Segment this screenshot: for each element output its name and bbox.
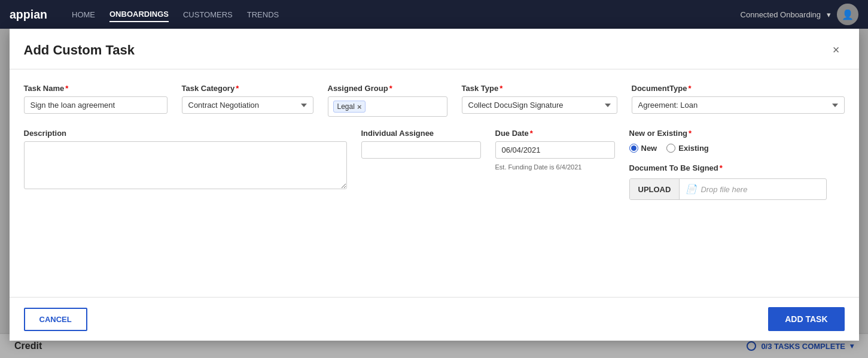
nav-trends[interactable]: TRENDS: [247, 8, 279, 22]
app-logo: appian: [10, 6, 57, 23]
nav-customers[interactable]: CUSTOMERS: [183, 8, 233, 22]
nav-home[interactable]: HOME: [72, 8, 95, 22]
dropdown-icon[interactable]: ▾: [827, 10, 831, 19]
svg-text:appian: appian: [10, 8, 47, 21]
connected-onboarding-label: Connected Onboarding: [741, 10, 821, 19]
topnav-right: Connected Onboarding ▾ 👤: [741, 4, 858, 25]
nav-onboardings[interactable]: ONBOARDINGS: [109, 7, 169, 22]
user-avatar[interactable]: 👤: [837, 4, 858, 25]
top-navigation: appian HOME ONBOARDINGS CUSTOMERS TRENDS…: [0, 0, 868, 29]
